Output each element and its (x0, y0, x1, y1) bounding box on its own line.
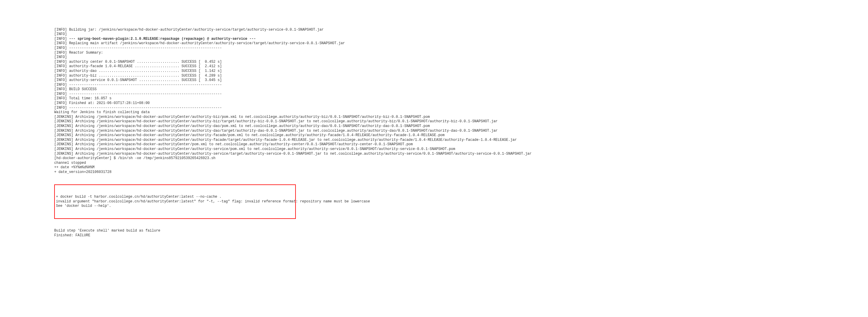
console-line: [INFO] (54, 55, 868, 60)
console-line: Finished: FAILURE (54, 233, 868, 238)
console-line: [INFO] ---------------------------------… (54, 46, 868, 51)
error-line: invalid argument "harbor.coolcollege.cn/… (56, 199, 294, 204)
console-line: [INFO] Reactor Summary: (54, 51, 868, 55)
error-line: See 'docker build --help'. (56, 204, 294, 209)
console-line: [INFO] authority-facade 1.0.4-RELEASE ..… (54, 64, 868, 69)
console-line: [INFO] Finished at: 2021-06-03T17:28:11+… (54, 101, 868, 106)
console-line: [INFO] Total time: 16.057 s (54, 96, 868, 101)
console-line: channel stopped (54, 161, 868, 165)
console-line: [JENKINS] Archiving /jenkins/workspace/h… (54, 133, 868, 138)
console-line: [INFO] --- spring-boot-maven-plugin:2.1.… (54, 37, 868, 41)
console-line: [JENKINS] Archiving /jenkins/workspace/h… (54, 147, 868, 152)
error-highlight-box: + docker build -t harbor.coolcollege.cn/… (54, 184, 296, 219)
console-line: + date_version=202106031728 (54, 170, 868, 175)
console-line: [INFO] ---------------------------------… (54, 83, 868, 88)
console-line: [INFO] ---------------------------------… (54, 92, 868, 97)
console-line: [INFO] authority-service 0.0.1-SNAPSHOT … (54, 78, 868, 83)
console-line: Build step 'Execute shell' marked build … (54, 229, 868, 233)
console-line: [JENKINS] Archiving /jenkins/workspace/h… (54, 115, 868, 120)
console-line: [JENKINS] Archiving /jenkins/workspace/h… (54, 124, 868, 129)
console-line: [INFO] Replacing main artifact /jenkins/… (54, 41, 868, 46)
console-line: [JENKINS] Archiving /jenkins/workspace/h… (54, 119, 868, 124)
console-line: [INFO] (54, 32, 868, 37)
console-line: [INFO] ---------------------------------… (54, 106, 868, 110)
jenkins-console-output: [INFO] Building jar: /jenkins/workspace/… (54, 18, 868, 243)
console-line-bold: --- spring-boot-maven-plugin:2.1.0.RELEA… (69, 37, 256, 41)
console-line: [INFO] authority center 0.0.1-SNAPSHOT .… (54, 60, 868, 65)
console-line: [INFO] authority-dao ...................… (54, 69, 868, 74)
console-line: Waiting for Jenkins to finish collecting… (54, 110, 868, 115)
console-line: [JENKINS] Archiving /jenkins/workspace/h… (54, 138, 868, 142)
console-lines: [INFO] Building jar: /jenkins/workspace/… (54, 28, 868, 175)
console-line: ++ date +%Y%m%d%H%M (54, 165, 868, 170)
console-line: [JENKINS] Archiving /jenkins/workspace/h… (54, 142, 868, 147)
console-line: [INFO] authority-biz ...................… (54, 74, 868, 78)
console-line: [hd-docker-authorityCenter] $ /bin/sh -x… (54, 156, 868, 161)
error-lines: + docker build -t harbor.coolcollege.cn/… (56, 195, 294, 209)
footer-lines: Build step 'Execute shell' marked build … (54, 229, 868, 238)
console-line: [INFO] Building jar: /jenkins/workspace/… (54, 28, 868, 32)
console-line: [INFO] BUILD SUCCESS (54, 87, 868, 92)
error-line: + docker build -t harbor.coolcollege.cn/… (56, 195, 294, 199)
console-line: [JENKINS] Archiving /jenkins/workspace/h… (54, 152, 868, 156)
console-line: [JENKINS] Archiving /jenkins/workspace/h… (54, 129, 868, 133)
